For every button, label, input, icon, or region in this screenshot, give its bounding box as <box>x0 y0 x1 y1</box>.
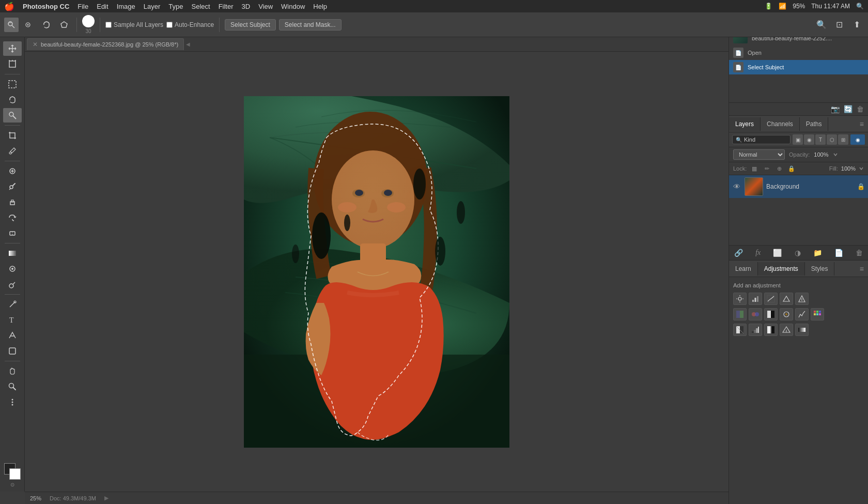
search-button[interactable]: 🔍 <box>814 18 829 32</box>
new-layer-btn[interactable]: 📄 <box>833 248 844 258</box>
history-snapshot-camera[interactable]: 📷 <box>831 105 840 113</box>
tab-adjustments[interactable]: Adjustments <box>758 262 805 276</box>
tab-learn[interactable]: Learn <box>729 262 758 276</box>
adj-vibrance[interactable] <box>795 293 809 305</box>
layer-item-background[interactable]: 👁 Background 🔒 <box>729 175 868 198</box>
filter-pixel-icon[interactable]: ▣ <box>793 134 803 145</box>
tab-styles[interactable]: Styles <box>805 262 835 276</box>
lock-artboards-icon[interactable]: ⊕ <box>774 164 784 173</box>
opacity-value[interactable]: 100% <box>814 151 828 158</box>
fill-value[interactable]: 100% <box>841 165 856 172</box>
adj-threshold[interactable] <box>764 324 778 336</box>
text-tool[interactable]: T <box>3 313 22 327</box>
filter-adj-icon[interactable]: ◉ <box>804 134 814 145</box>
tab-layers[interactable]: Layers <box>729 117 761 131</box>
filter-shape-icon[interactable]: ⬡ <box>827 134 837 145</box>
adj-brightness[interactable] <box>733 293 747 305</box>
adj-curves[interactable] <box>764 293 778 305</box>
menu-select[interactable]: Select <box>191 3 210 10</box>
color-swatches[interactable] <box>4 463 21 480</box>
quick-select-tool-left[interactable] <box>3 108 22 123</box>
menu-window[interactable]: Window <box>281 3 305 10</box>
layer-mask-btn[interactable]: ⬜ <box>772 248 783 258</box>
filter-toggle[interactable]: ◉ <box>850 134 865 145</box>
menu-image[interactable]: Image <box>117 3 135 10</box>
lasso-tool-left[interactable] <box>3 93 22 107</box>
history-new-from-state[interactable]: 🔄 <box>844 105 853 113</box>
menu-help[interactable]: Help <box>313 3 327 10</box>
blur-tool[interactable] <box>3 262 22 276</box>
status-arrow[interactable]: ▶ <box>104 495 109 501</box>
hand-tool[interactable] <box>3 364 22 378</box>
spot-heal-tool[interactable] <box>3 164 22 178</box>
refine-edge-brush[interactable] <box>22 18 36 32</box>
group-layers-btn[interactable]: 📁 <box>812 248 823 258</box>
auto-enhance-checkbox[interactable] <box>166 22 173 28</box>
filter-text-icon[interactable]: T <box>815 134 826 145</box>
pen-tool[interactable] <box>3 297 22 312</box>
dodge-tool[interactable] <box>3 277 22 292</box>
select-and-mask-button[interactable]: Select and Mask... <box>279 19 342 30</box>
layer-visibility-toggle[interactable]: 👁 <box>732 182 741 191</box>
menu-layer[interactable]: Layer <box>144 3 161 10</box>
adj-hsl[interactable] <box>733 308 747 320</box>
polygonal-tool[interactable] <box>57 18 71 32</box>
menu-type[interactable]: Type <box>168 3 183 10</box>
menu-file[interactable]: File <box>78 3 88 10</box>
share-button[interactable]: ⬆ <box>849 18 864 32</box>
search-icon[interactable]: 🔍 <box>856 3 864 10</box>
move-tool[interactable] <box>3 41 22 56</box>
adj-exposure[interactable] <box>780 293 793 305</box>
layer-effects-btn[interactable]: fx <box>754 248 762 258</box>
lock-pixels-icon[interactable]: ▦ <box>750 164 759 173</box>
tab-paths[interactable]: Paths <box>800 117 829 131</box>
adj-levels[interactable] <box>749 293 762 305</box>
stamp-tool[interactable] <box>3 195 22 209</box>
gradient-tool[interactable] <box>3 246 22 261</box>
sample-all-layers-toggle[interactable]: Sample All Layers <box>105 21 163 28</box>
blend-mode-select[interactable]: Normal Multiply Screen <box>733 149 785 160</box>
shape-tool[interactable] <box>3 344 22 358</box>
background-color[interactable] <box>9 468 21 480</box>
quick-selection-tool[interactable] <box>4 18 19 32</box>
tab-close-btn[interactable]: ✕ <box>33 41 38 48</box>
adj-channel-mixer[interactable] <box>795 308 809 320</box>
menu-view[interactable]: View <box>258 3 273 10</box>
active-tab[interactable]: ✕ beautiful-beauty-female-2252368.jpg @ … <box>27 38 184 50</box>
adj-color-balance[interactable] <box>749 308 762 320</box>
apple-menu[interactable]: 🍎 <box>4 2 14 11</box>
adj-invert[interactable] <box>733 324 747 336</box>
lock-position-icon[interactable]: ✏ <box>762 164 771 173</box>
path-selection-tool[interactable] <box>3 328 22 343</box>
resize-button[interactable]: ⊡ <box>832 18 846 32</box>
more-tools[interactable] <box>3 395 22 409</box>
filter-smart-icon[interactable]: ⊞ <box>838 134 848 145</box>
adjustments-menu-btn[interactable]: ≡ <box>856 263 868 275</box>
eyedropper-tool[interactable] <box>3 144 22 158</box>
artboard-tool[interactable] <box>3 57 22 71</box>
zoom-tool[interactable] <box>3 379 22 394</box>
brush-size-control[interactable]: 30 <box>82 15 95 34</box>
adj-bw[interactable] <box>764 308 778 320</box>
lock-all-icon[interactable]: 🔒 <box>787 164 796 173</box>
menu-edit[interactable]: Edit <box>97 3 108 10</box>
select-subject-button[interactable]: Select Subject <box>225 19 276 30</box>
menu-filter[interactable]: Filter <box>219 3 234 10</box>
history-item-1[interactable]: 📄 Open <box>729 45 868 60</box>
tab-channels[interactable]: Channels <box>761 117 800 131</box>
history-item-2[interactable]: 📄 Select Subject <box>729 60 868 74</box>
menu-3d[interactable]: 3D <box>242 3 251 10</box>
delete-layer-btn[interactable]: 🗑 <box>855 248 864 258</box>
layers-menu-btn[interactable]: ≡ <box>856 118 868 130</box>
adj-posterize[interactable] <box>749 324 762 336</box>
layer-filter-input[interactable]: 🔍 Kind <box>732 135 791 144</box>
sample-all-layers-checkbox[interactable] <box>105 22 112 28</box>
adj-selective-color[interactable] <box>780 324 793 336</box>
marquee-tool[interactable] <box>3 77 22 91</box>
history-brush-tool[interactable] <box>3 210 22 225</box>
eraser-tool[interactable] <box>3 226 22 240</box>
adj-photo-filter[interactable] <box>780 308 793 320</box>
crop-tool[interactable] <box>3 128 22 143</box>
adjustment-layer-btn[interactable]: ◑ <box>794 248 802 258</box>
history-delete-state[interactable]: 🗑 <box>857 105 864 113</box>
